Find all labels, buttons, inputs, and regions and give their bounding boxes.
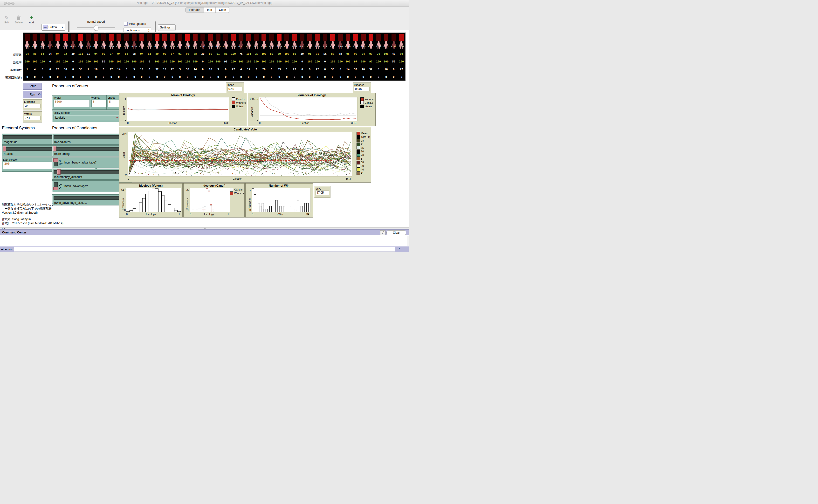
- win-rate-cell: 100: [382, 60, 390, 63]
- legend-label: 38: [361, 161, 364, 164]
- tab-code[interactable]: Code: [216, 7, 229, 13]
- loss-count-cell: 0: [222, 75, 230, 79]
- legend-item: Mean: [357, 132, 370, 135]
- patch-cell: [237, 34, 245, 41]
- win-rate-cell: 100: [31, 60, 39, 63]
- win-rate-cell: 100: [359, 60, 367, 63]
- patch-row: [23, 34, 405, 41]
- win-count-cell: 32: [153, 68, 161, 71]
- patch-cell: [398, 34, 405, 41]
- setup-button[interactable]: Setup: [23, 83, 42, 90]
- slider-handle[interactable]: [3, 146, 6, 151]
- loss-count-cell: 0: [46, 75, 54, 79]
- edit-button[interactable]: ✎ Edit: [2, 15, 12, 24]
- person-icon: [337, 41, 344, 49]
- y-axis-label: Votes: [122, 151, 125, 158]
- switch-track[interactable]: [54, 159, 58, 166]
- run-label: Run: [30, 93, 35, 96]
- vote-count-cell: 100: [230, 52, 237, 55]
- patch-cell: [314, 34, 321, 41]
- delete-button[interactable]: Delete: [14, 15, 24, 24]
- slider-handle[interactable]: [53, 146, 56, 151]
- vote-count-cell: 30: [199, 52, 207, 55]
- view-updates-label: view updates: [129, 22, 146, 26]
- switch-handle[interactable]: [53, 187, 58, 190]
- vote-count-cell: 89: [291, 52, 298, 55]
- voters-section-title: Properties of Voters: [52, 84, 88, 89]
- speed-slider-thumb[interactable]: [94, 25, 98, 31]
- patch-square: [254, 34, 259, 41]
- patch-cell: [130, 34, 138, 41]
- slider-handle[interactable]: [57, 169, 61, 175]
- win-rate-cell: 100: [237, 60, 245, 63]
- widget-type-dropdown[interactable]: abc Button ▼: [41, 24, 65, 31]
- vote-count-cell: 94: [92, 52, 100, 55]
- view-updates-checkbox[interactable]: ✓ view updates: [124, 22, 146, 26]
- switch-track[interactable]: [54, 182, 58, 190]
- command-center-header: Command Center ⤢ Clear: [0, 229, 409, 236]
- loss-count-cell: 0: [92, 75, 100, 79]
- ideology-value: 0.58: [352, 45, 359, 48]
- loss-count-cell: 0: [367, 75, 375, 79]
- person-icon: [161, 41, 169, 49]
- person-icon: [184, 41, 192, 49]
- param-value[interactable]: 5: [91, 100, 106, 107]
- loss-count-cell: 0: [207, 75, 214, 79]
- add-button[interactable]: + Add: [27, 15, 36, 24]
- vote-count-cell: 78: [337, 52, 344, 55]
- x-axis-label: Ideology: [204, 213, 214, 216]
- loss-count-cell: 0: [275, 75, 283, 79]
- win-count-cell: 27: [230, 68, 237, 71]
- y-axis-label: Ideology: [122, 106, 125, 116]
- command-input[interactable]: [14, 247, 395, 252]
- person-icon: [283, 41, 291, 49]
- chevron-down-icon: ▼: [61, 26, 63, 28]
- tab-group: Interface Info Code: [185, 7, 229, 13]
- run-button[interactable]: Run ⟳: [23, 91, 42, 98]
- number-of-win-plot: Number of WIn 7 0 Frequency 0 nWin 34: [245, 183, 313, 218]
- checkbox-check-icon[interactable]: ✓: [124, 22, 128, 26]
- expand-icon[interactable]: ⤢: [380, 230, 385, 235]
- person-icon: [245, 41, 253, 49]
- ideology-value: 0.49: [222, 45, 230, 48]
- row-label-votes: 得票数: [0, 53, 22, 57]
- speed-slider-label: normal speed: [77, 20, 115, 23]
- tab-info[interactable]: Info: [204, 7, 216, 13]
- utility-function-chooser[interactable]: utility-function Logistic▼: [52, 110, 122, 122]
- command-center-output[interactable]: [0, 235, 409, 247]
- y-axis-label: Frequency: [248, 198, 251, 210]
- win-rate-cell: 100: [214, 60, 222, 63]
- scrollbar[interactable]: [407, 236, 409, 246]
- switch-on-label: On: [59, 160, 62, 163]
- nvoter-input[interactable]: nVoter5000: [52, 95, 91, 110]
- vote-count-cell: 54: [46, 52, 54, 55]
- person-icon: [382, 41, 390, 49]
- ideology-value: 0.44: [245, 45, 253, 48]
- person-icon: [153, 41, 161, 49]
- win-count-cell: 1: [283, 68, 291, 71]
- patch-cell: [337, 34, 344, 41]
- person-icon: [69, 41, 77, 49]
- clear-button[interactable]: Clear: [386, 230, 406, 235]
- x-max-tick: 1: [179, 213, 180, 216]
- settings-button[interactable]: Settings…: [158, 24, 176, 31]
- loss-count-cell: 0: [115, 75, 123, 79]
- ideology-value: 0.64: [268, 45, 275, 48]
- valpha-input[interactable]: vAlpha5: [90, 95, 108, 110]
- patch-square: [200, 34, 205, 41]
- patch-cell: [77, 34, 85, 41]
- win-count-cell: 5: [39, 68, 46, 71]
- person-icon: [199, 41, 207, 49]
- person-icon: [329, 41, 337, 49]
- splitter-arrows-icon[interactable]: ▲▼: [1, 228, 6, 229]
- tab-interface[interactable]: Interface: [186, 7, 204, 13]
- world-view[interactable]: 0.640.380.40.220.420.460.940.530.260.430…: [23, 33, 406, 81]
- patch-square: [25, 34, 30, 41]
- vote-count-cell: 94: [54, 52, 62, 55]
- switch-handle[interactable]: [53, 158, 58, 162]
- ideology-value: 0.46: [115, 45, 123, 48]
- patch-cell: [138, 34, 146, 41]
- param-value[interactable]: 5000: [54, 100, 90, 107]
- chevron-down-icon[interactable]: ▼: [396, 247, 402, 251]
- ideology-value: 0.22: [46, 45, 54, 48]
